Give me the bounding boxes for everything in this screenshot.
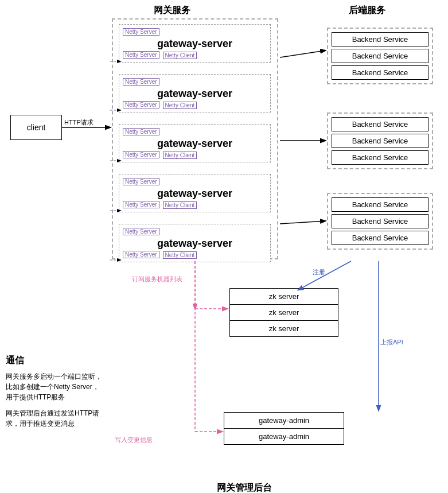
gateway-server-name-3: gateway-server (123, 138, 267, 150)
netty-server-tag-5b: Netty Server (123, 251, 159, 258)
svg-text:HTTP请求: HTTP请求 (64, 119, 94, 126)
gateway-server-3: Netty Server gateway-server Netty Server… (119, 124, 271, 162)
netty-server-tag-2: Netty Server (123, 78, 159, 86)
netty-server-tag-1: Netty Server (123, 28, 159, 36)
svg-text:订阅服务机器列表: 订阅服务机器列表 (132, 275, 182, 282)
gateway-section-label: 网关服务 (154, 5, 190, 17)
svg-text:写入变更信息: 写入变更信息 (115, 436, 153, 443)
admin-group: gateway-admin gateway-admin (224, 412, 344, 445)
backend-group-2: Backend Service Backend Service Backend … (327, 112, 433, 169)
gateway-server-4: Netty Server gateway-server Netty Server… (119, 174, 271, 212)
netty-server-tag-2b: Netty Server (123, 101, 159, 108)
gateway-server-name-5: gateway-server (123, 238, 267, 250)
admin-section-label: 网关管理后台 (217, 482, 272, 493)
comms-title: 通信 (6, 355, 102, 367)
svg-line-7 (280, 51, 325, 57)
zk-group: zk server zk server zk server (229, 288, 338, 337)
backend-service-2-1: Backend Service (332, 117, 428, 131)
backend-section-label: 后端服务 (349, 5, 385, 17)
netty-server-tag-3b: Netty Server (123, 151, 159, 158)
gateway-group: Netty Server gateway-server Netty Server… (112, 18, 278, 259)
netty-client-tag-4: Netty Client (163, 201, 197, 209)
backend-service-2-2: Backend Service (332, 134, 428, 148)
backend-service-2-3: Backend Service (332, 150, 428, 165)
backend-service-1-3: Backend Service (332, 65, 428, 80)
backend-service-3-3: Backend Service (332, 231, 428, 245)
netty-client-tag-5: Netty Client (163, 251, 197, 259)
backend-service-1-1: Backend Service (332, 32, 428, 46)
gateway-server-5: Netty Server gateway-server Netty Server… (119, 224, 271, 262)
backend-service-3-1: Backend Service (332, 197, 428, 212)
gateway-server-1: Netty Server gateway-server Netty Server… (119, 24, 271, 63)
backend-group-1: Backend Service Backend Service Backend … (327, 28, 433, 84)
backend-service-1-2: Backend Service (332, 49, 428, 63)
backend-group-3: Backend Service Backend Service Backend … (327, 193, 433, 250)
comms-box: 通信 网关服务多启动一个端口监听，比如多创建一个Netty Server，用于提… (6, 355, 102, 434)
zk-server-2: zk server (230, 305, 338, 321)
netty-client-tag-2: Netty Client (163, 102, 197, 109)
netty-server-tag-3: Netty Server (123, 128, 159, 135)
svg-text:注册: 注册 (313, 269, 325, 275)
netty-server-tag-4: Netty Server (123, 178, 159, 185)
backend-service-3-2: Backend Service (332, 214, 428, 228)
netty-server-tag-5: Netty Server (123, 228, 159, 235)
svg-text:上报API: 上报API (380, 339, 403, 346)
netty-client-tag-3: Netty Client (163, 152, 197, 159)
svg-line-9 (280, 221, 325, 224)
gateway-server-name-2: gateway-server (123, 88, 267, 100)
client-box: client (10, 115, 62, 140)
comms-para2: 网关管理后台通过发送HTTP请求，用于推送变更消息 (6, 408, 102, 429)
netty-server-tag-4b: Netty Server (123, 201, 159, 208)
zk-server-1: zk server (230, 289, 338, 305)
netty-server-tag-1b: Netty Server (123, 51, 159, 59)
netty-client-tag-1: Netty Client (163, 52, 197, 59)
client-label: client (27, 123, 46, 132)
comms-para1: 网关服务多启动一个端口监听，比如多创建一个Netty Server，用于提供HT… (6, 371, 102, 402)
gateway-server-name-1: gateway-server (123, 38, 267, 50)
admin-box-2: gateway-admin (224, 429, 344, 444)
gateway-server-name-4: gateway-server (123, 188, 267, 200)
gateway-server-2: Netty Server gateway-server Netty Server… (119, 74, 271, 112)
zk-server-3: zk server (230, 321, 338, 336)
diagram-container: 网关服务 后端服务 网关管理后台 client Netty Server gat… (0, 0, 448, 493)
admin-box-1: gateway-admin (224, 413, 344, 429)
svg-line-13 (298, 261, 351, 290)
